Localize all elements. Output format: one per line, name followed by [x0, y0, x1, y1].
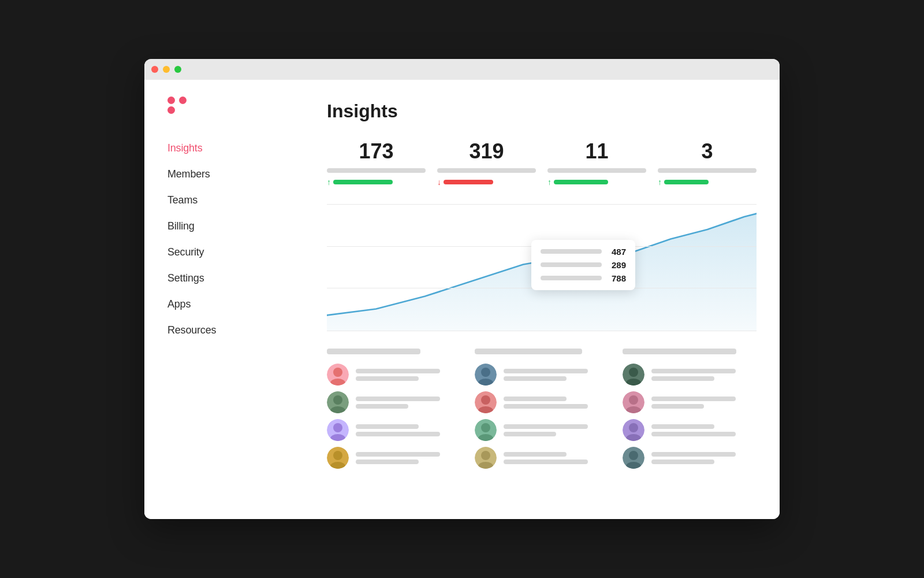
stat-value-4: 3 [658, 139, 757, 164]
text-bar-medium [504, 452, 567, 457]
minimize-button[interactable] [163, 66, 170, 73]
tooltip-value-3: 788 [609, 273, 626, 283]
svg-point-15 [478, 462, 493, 469]
avatar-text-1-2 [356, 397, 461, 409]
text-bar-long [651, 432, 736, 436]
tooltip-label-1 [541, 249, 602, 254]
text-bar-long [356, 432, 440, 436]
sidebar-item-apps[interactable]: Apps [167, 292, 306, 316]
svg-point-10 [481, 395, 490, 405]
sidebar-item-insights[interactable]: Insights [167, 136, 306, 160]
avatar-text-2-1 [504, 369, 609, 381]
text-bar-medium [504, 397, 567, 401]
svg-point-4 [333, 423, 342, 432]
logo-dot-1 [167, 97, 175, 104]
text-bar-long [356, 452, 440, 457]
chart-divider-top [327, 204, 757, 205]
list-col-2 [475, 349, 609, 469]
list-item-1-3 [327, 419, 461, 441]
avatar-text-1-3 [356, 424, 461, 436]
sidebar-item-security[interactable]: Security [167, 240, 306, 264]
avatar-text-2-2 [504, 397, 609, 409]
list-item-2-3 [475, 419, 609, 441]
list-col-1 [327, 349, 461, 469]
text-bar-long [504, 369, 588, 373]
svg-point-18 [629, 395, 638, 405]
avatar-3-4 [623, 447, 644, 469]
text-bar-long [356, 397, 440, 401]
stat-bg-bar-4 [658, 168, 757, 173]
stat-trend-2: ↓ [437, 177, 536, 187]
svg-point-6 [333, 451, 342, 460]
stat-card-4: 3 ↑ [658, 139, 757, 187]
avatar-2-2 [475, 391, 497, 413]
logo-dot-3 [167, 106, 175, 114]
avatar-2-3 [475, 419, 497, 441]
avatar-1-2 [327, 391, 349, 413]
avatar-text-2-3 [504, 424, 609, 436]
logo [167, 97, 306, 113]
svg-point-11 [478, 406, 493, 413]
svg-point-2 [333, 395, 342, 405]
svg-point-21 [626, 434, 641, 441]
avatar-text-3-1 [651, 369, 757, 381]
sidebar-item-teams[interactable]: Teams [167, 188, 306, 212]
svg-point-17 [626, 379, 641, 386]
sidebar-item-members[interactable]: Members [167, 162, 306, 186]
list-item-2-2 [475, 391, 609, 413]
svg-point-8 [481, 368, 490, 377]
stat-trend-1: ↑ [327, 177, 426, 187]
tooltip-row-2: 289 [541, 260, 626, 270]
trend-arrow-up-1: ↑ [327, 177, 331, 187]
sidebar-nav: Insights Members Teams Billing Security … [167, 136, 306, 342]
avatar-text-1-4 [356, 452, 461, 464]
svg-point-12 [481, 423, 490, 432]
list-item-3-1 [623, 364, 757, 386]
avatar-3-3 [623, 419, 644, 441]
stat-trend-4: ↑ [658, 177, 757, 187]
svg-point-7 [330, 462, 345, 469]
sidebar-item-resources[interactable]: Resources [167, 318, 306, 342]
close-button[interactable] [151, 66, 158, 73]
text-bar-long [651, 397, 736, 401]
stat-card-2: 319 ↓ [437, 139, 536, 187]
avatar-text-2-4 [504, 452, 609, 464]
trend-bar-4 [664, 180, 709, 184]
list-item-2-4 [475, 447, 609, 469]
page-title: Insights [327, 101, 757, 122]
text-bar-medium [356, 460, 419, 464]
text-bar-long [504, 460, 588, 464]
stat-value-3: 11 [547, 139, 646, 164]
text-bar-long [651, 369, 736, 373]
app-window: Insights Members Teams Billing Security … [144, 59, 780, 519]
sidebar-item-billing[interactable]: Billing [167, 214, 306, 238]
stat-value-2: 319 [437, 139, 536, 164]
maximize-button[interactable] [174, 66, 181, 73]
list-item-1-2 [327, 391, 461, 413]
stat-card-3: 11 ↑ [547, 139, 646, 187]
svg-point-13 [478, 434, 493, 441]
text-bar-medium [651, 376, 714, 381]
titlebar [144, 59, 780, 80]
stat-card-1: 173 ↑ [327, 139, 426, 187]
text-bar-long [356, 369, 440, 373]
sidebar: Insights Members Teams Billing Security … [144, 80, 306, 519]
logo-icon [167, 97, 188, 113]
text-bar-medium [651, 424, 714, 429]
list-header-1 [327, 349, 420, 354]
avatar-2-1 [475, 364, 497, 386]
svg-point-14 [481, 451, 490, 460]
chart-tooltip: 487 289 788 [531, 240, 635, 290]
tooltip-value-1: 487 [609, 247, 626, 257]
list-item-1-1 [327, 364, 461, 386]
avatar-text-3-3 [651, 424, 757, 436]
stat-bg-bar-2 [437, 168, 536, 173]
avatar-text-1-1 [356, 369, 461, 381]
list-item-3-3 [623, 419, 757, 441]
tooltip-value-2: 289 [609, 260, 626, 270]
app-container: Insights Members Teams Billing Security … [144, 80, 780, 519]
svg-point-20 [629, 423, 638, 432]
sidebar-item-settings[interactable]: Settings [167, 266, 306, 290]
trend-arrow-up-4: ↑ [658, 177, 662, 187]
avatar-1-1 [327, 364, 349, 386]
